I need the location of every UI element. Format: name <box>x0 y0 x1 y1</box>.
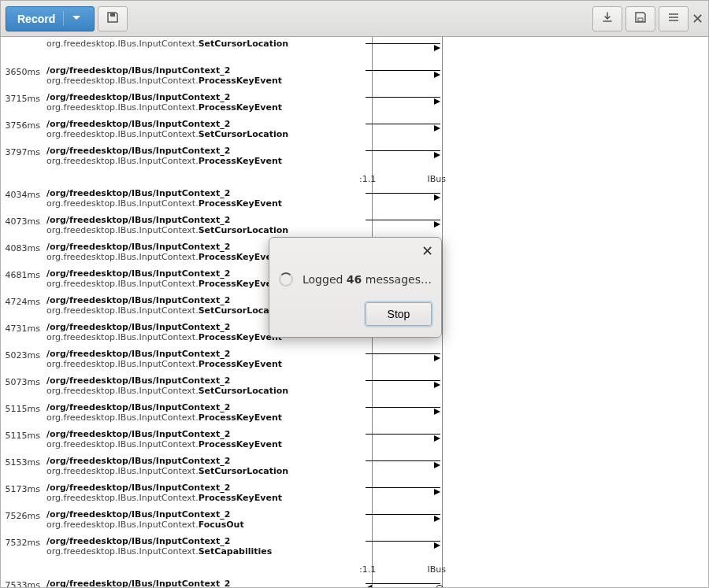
interface-method: org.freedesktop.IBus.InputContext.Proces… <box>46 439 366 449</box>
interface-method: org.freedesktop.IBus.InputContext.Proces… <box>46 198 366 209</box>
spinner-icon <box>279 272 293 287</box>
timestamp: 4083ms <box>1 242 46 253</box>
timestamp: 5115ms <box>1 402 46 414</box>
log-row[interactable]: 7532ms /org/freedesktop/IBus/InputContex… <box>1 534 708 561</box>
object-path: /org/freedesktop/IBus/InputContext_2 <box>46 402 366 412</box>
object-path: /org/freedesktop/IBus/InputContext_2 <box>46 429 366 439</box>
chevron-down-icon <box>63 11 83 26</box>
download-icon <box>601 11 614 26</box>
object-path: /org/freedesktop/IBus/InputContext_2 <box>46 456 366 466</box>
log-row[interactable]: 3756ms /org/freedesktop/IBus/InputContex… <box>1 117 708 144</box>
interface-method: org.freedesktop.IBus.InputContext.SetCur… <box>46 466 366 476</box>
log-row[interactable]: 7533ms /org/freedesktop/IBus/InputContex… <box>1 577 708 588</box>
hamburger-icon <box>667 11 680 26</box>
lane-labels-row: :1.1 IBus <box>1 171 708 187</box>
stop-button[interactable]: Stop <box>366 302 432 326</box>
message-arrow <box>366 429 440 453</box>
menu-button[interactable] <box>659 6 689 31</box>
log-row[interactable]: 5153ms /org/freedesktop/IBus/InputContex… <box>1 454 708 481</box>
close-icon: ✕ <box>421 243 433 259</box>
log-row[interactable]: 5023ms /org/freedesktop/IBus/InputContex… <box>1 347 708 374</box>
timestamp: 7532ms <box>1 536 46 548</box>
lane-label-left: :1.1 <box>359 174 376 184</box>
object-path: /org/freedesktop/IBus/InputContext_2 <box>46 509 366 520</box>
log-row[interactable]: 3797ms /org/freedesktop/IBus/InputContex… <box>1 144 708 171</box>
timestamp: 7533ms <box>1 579 46 588</box>
object-path: /org/freedesktop/IBus/InputContext_2 <box>46 215 366 225</box>
record-button-label: Record <box>17 13 55 25</box>
message-arrow <box>366 188 440 212</box>
timestamp: 5023ms <box>1 349 46 361</box>
timestamp: 4731ms <box>1 322 46 334</box>
timestamp: 5115ms <box>1 429 46 441</box>
message-arrow <box>366 39 440 62</box>
svg-rect-0 <box>110 13 115 17</box>
interface-method: org.freedesktop.IBus.InputContext.Proces… <box>46 359 366 369</box>
modal-close-button[interactable]: ✕ <box>421 242 433 260</box>
log-row[interactable]: 5073ms /org/freedesktop/IBus/InputContex… <box>1 374 708 401</box>
close-icon: ✕ <box>692 11 703 27</box>
log-row[interactable]: 4073ms /org/freedesktop/IBus/InputContex… <box>1 213 708 240</box>
message-arrow <box>366 65 440 89</box>
interface-method: org.freedesktop.IBus.InputContext.SetCur… <box>46 225 366 235</box>
timestamp: 5153ms <box>1 456 46 468</box>
recording-modal: ✕ Logged 46 messages… Stop <box>269 237 442 338</box>
message-arrow <box>366 92 440 116</box>
timestamp: 3715ms <box>1 92 46 104</box>
timestamp: 3797ms <box>1 146 46 157</box>
timestamp: 4724ms <box>1 295 46 307</box>
lane-label-right: IBus <box>428 564 447 575</box>
svg-rect-1 <box>638 18 643 21</box>
toolbar: Record ✕ <box>1 1 708 37</box>
save-as-button[interactable] <box>625 6 655 31</box>
window-close-button[interactable]: ✕ <box>692 10 703 28</box>
timestamp: 4034ms <box>1 188 46 200</box>
message-arrow <box>366 509 440 533</box>
log-row[interactable]: 4034ms /org/freedesktop/IBus/InputContex… <box>1 187 708 213</box>
log-row[interactable]: 5115ms /org/freedesktop/IBus/InputContex… <box>1 401 708 427</box>
object-path: /org/freedesktop/IBus/InputContext_2 <box>46 65 366 76</box>
message-arrow <box>366 215 440 239</box>
message-arrow <box>366 579 440 588</box>
object-path: /org/freedesktop/IBus/InputContext_2 <box>46 375 366 386</box>
modal-status-text: Logged 46 messages… <box>303 273 432 286</box>
interface-method: org.freedesktop.IBus.InputContext.Proces… <box>46 76 366 86</box>
timestamp: 4073ms <box>1 215 46 227</box>
object-path: /org/freedesktop/IBus/InputContext_2 <box>46 483 366 493</box>
log-row[interactable]: 5173ms /org/freedesktop/IBus/InputContex… <box>1 481 708 508</box>
timestamp: 5073ms <box>1 375 46 387</box>
timestamp: 3756ms <box>1 119 46 131</box>
message-arrow <box>366 402 440 426</box>
interface-method: org.freedesktop.IBus.InputContext.Proces… <box>46 102 366 113</box>
object-path: /org/freedesktop/IBus/InputContext_2 <box>46 188 366 198</box>
interface-method: org.freedesktop.IBus.InputContext.Proces… <box>46 412 366 423</box>
log-row[interactable]: 3715ms /org/freedesktop/IBus/InputContex… <box>1 91 708 117</box>
timestamp <box>1 39 46 40</box>
lane-label-left: :1.1 <box>359 564 376 575</box>
save-button[interactable] <box>98 6 128 31</box>
save-icon <box>106 11 119 26</box>
log-row[interactable]: 7526ms /org/freedesktop/IBus/InputContex… <box>1 508 708 534</box>
message-arrow <box>366 483 440 506</box>
log-row[interactable]: 5115ms /org/freedesktop/IBus/InputContex… <box>1 427 708 454</box>
timestamp: 5173ms <box>1 483 46 494</box>
download-button[interactable] <box>592 6 622 31</box>
floppy-icon <box>634 11 647 26</box>
object-path: /org/freedesktop/IBus/InputContext_2 <box>46 92 366 102</box>
log-row[interactable]: 3650ms /org/freedesktop/IBus/InputContex… <box>1 64 708 91</box>
log-row[interactable]: org.freedesktop.IBus.InputContext.SetCur… <box>1 37 708 64</box>
interface-method: org.freedesktop.IBus.InputContext.Proces… <box>46 493 366 503</box>
interface-method: org.freedesktop.IBus.InputContext.SetCur… <box>46 129 366 139</box>
lane-labels-row: :1.1 IBus <box>1 561 708 577</box>
record-button[interactable]: Record <box>6 6 95 31</box>
object-path: /org/freedesktop/IBus/InputContext_2 <box>46 349 366 359</box>
message-arrow <box>366 146 440 169</box>
object-path: /org/freedesktop/IBus/InputContext_2 <box>46 579 366 588</box>
message-arrow <box>366 119 440 142</box>
message-arrow <box>366 536 440 560</box>
message-arrow <box>366 349 440 372</box>
lane-label-right: IBus <box>428 174 447 184</box>
interface-method: org.freedesktop.IBus.InputContext.FocusO… <box>46 520 366 530</box>
timestamp: 4681ms <box>1 268 46 280</box>
interface-method: org.freedesktop.IBus.InputContext.Proces… <box>46 156 366 166</box>
